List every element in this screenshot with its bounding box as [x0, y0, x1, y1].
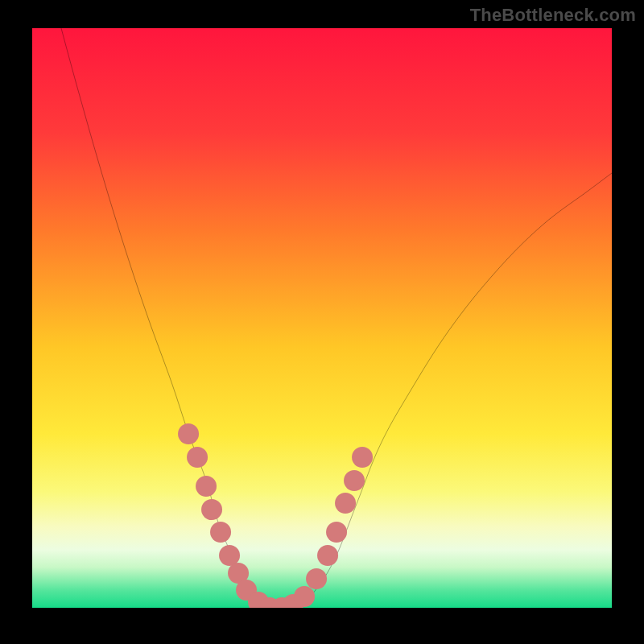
chart-plot — [32, 28, 612, 608]
chart-background-gradient — [32, 28, 612, 608]
svg-rect-0 — [32, 28, 612, 608]
app-frame: TheBottleneck.com — [0, 0, 644, 644]
watermark-text: TheBottleneck.com — [470, 5, 636, 26]
